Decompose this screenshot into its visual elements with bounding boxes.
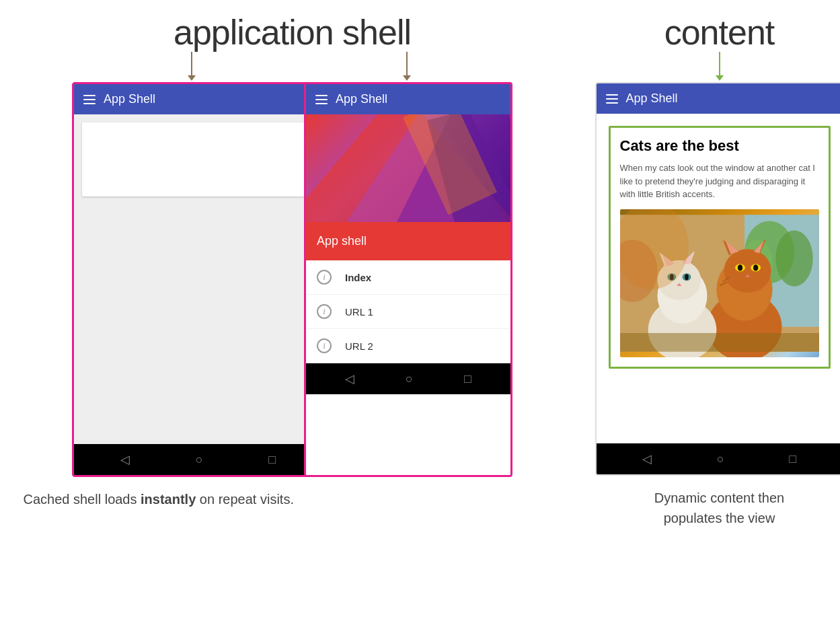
recents-icon-center[interactable]: □ — [464, 372, 471, 386]
cat-image — [620, 209, 819, 357]
dynamic-caption-line2: populates the view — [595, 508, 841, 528]
phone-left: App Shell ◁ ○ □ — [72, 82, 324, 477]
info-icon-index: i — [317, 270, 332, 285]
app-shell-banner: App shell — [306, 222, 510, 260]
arrow-head-left — [188, 75, 196, 81]
hamburger-icon-right[interactable] — [606, 94, 618, 104]
right-phone-title: App Shell — [626, 92, 678, 106]
phone-center-header: App Shell — [306, 84, 510, 114]
arrow-left — [188, 52, 196, 82]
hamburger-icon-left[interactable] — [83, 95, 96, 104]
app-shell-heading: application shell — [174, 13, 411, 52]
menu-list: i Index i URL 1 i URL 2 — [306, 260, 510, 363]
phone-left-bottom-nav: ◁ ○ □ — [74, 444, 322, 475]
phone-left-body — [74, 114, 322, 444]
phone-right-header: App Shell — [597, 83, 841, 114]
home-icon-left[interactable]: ○ — [196, 453, 203, 467]
page-container: application shell — [17, 13, 824, 528]
cat-svg — [620, 209, 819, 357]
svg-rect-31 — [620, 333, 819, 352]
left-phones-group: App Shell ◁ ○ □ — [72, 82, 512, 477]
recents-icon-left[interactable]: □ — [268, 453, 276, 467]
back-icon-center[interactable]: ◁ — [345, 371, 354, 386]
cats-text: When my cats look out the window at anot… — [620, 161, 819, 201]
right-arrow-head — [716, 75, 724, 81]
svg-point-29 — [685, 274, 689, 280]
content-heading: content — [664, 13, 775, 52]
cached-text-bold: instantly — [141, 492, 196, 507]
dynamic-caption-line1: Dynamic content then — [595, 488, 841, 508]
paper-fold-decoration — [306, 114, 510, 222]
hamburger-icon-center[interactable] — [315, 95, 328, 104]
info-icon-url1: i — [317, 304, 332, 319]
phone-left-header: App Shell — [74, 84, 322, 114]
menu-label-url2: URL 2 — [345, 340, 373, 352]
arrow-right — [403, 52, 411, 82]
svg-point-13 — [737, 264, 742, 270]
menu-item-url2[interactable]: i URL 2 — [306, 329, 510, 363]
phone-right: App Shell Cats are the best When my cats… — [595, 82, 841, 476]
recents-icon-right[interactable]: □ — [789, 452, 796, 466]
home-icon-right[interactable]: ○ — [717, 452, 724, 466]
phone-right-bottom-nav: ◁ ○ □ — [597, 443, 841, 474]
cached-text-start: Cached shell loads — [24, 492, 141, 507]
back-icon-left[interactable]: ◁ — [120, 452, 130, 467]
cached-caption: Cached shell loads instantly on repeat v… — [17, 489, 568, 509]
menu-item-index[interactable]: i Index — [306, 260, 510, 295]
arrow-stem-right — [406, 52, 408, 75]
phone-center: App Shell App shell — [304, 82, 512, 477]
arrow-stem-left — [191, 52, 192, 75]
cached-text-end: on repeat visits. — [196, 492, 294, 507]
left-phone-title: App Shell — [104, 92, 155, 106]
arrow-head-right — [403, 75, 411, 81]
content-card-placeholder — [82, 122, 314, 196]
svg-point-15 — [753, 264, 757, 270]
colorful-header-area — [306, 114, 510, 222]
left-label-group: application shell — [17, 13, 568, 509]
cats-title: Cats are the best — [620, 137, 819, 155]
phone-center-bottom-nav: ◁ ○ □ — [306, 363, 510, 394]
app-shell-arrows — [17, 52, 568, 82]
drawer-shadow — [510, 84, 512, 475]
dynamic-caption: Dynamic content then populates the view — [595, 488, 841, 528]
phone-right-body: Cats are the best When my cats look out … — [597, 114, 841, 443]
content-arrow — [716, 52, 724, 82]
svg-point-3 — [775, 230, 813, 286]
home-icon-center[interactable]: ○ — [406, 372, 413, 386]
menu-item-url1[interactable]: i URL 1 — [306, 295, 510, 329]
svg-point-7 — [724, 249, 771, 293]
center-phone-title: App Shell — [336, 92, 387, 106]
right-arrow-stem — [719, 52, 720, 75]
content-green-box: Cats are the best When my cats look out … — [609, 126, 831, 369]
menu-label-url1: URL 1 — [345, 306, 373, 318]
info-icon-url2: i — [317, 338, 332, 353]
back-icon-right[interactable]: ◁ — [642, 451, 652, 466]
right-label-group: content App Shell Cats are the best When… — [595, 13, 841, 528]
menu-label-index: Index — [345, 272, 371, 283]
